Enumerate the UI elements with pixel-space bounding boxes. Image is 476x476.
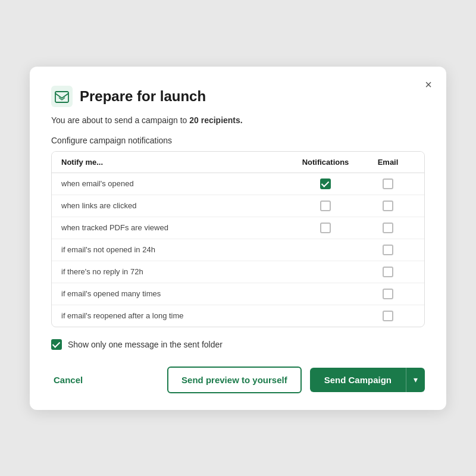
show-one-row: Show only one message in the sent folder <box>51 339 425 350</box>
preview-button[interactable]: Send preview to yourself <box>167 367 302 393</box>
table-row: when tracked PDFs are viewed <box>52 217 424 239</box>
footer-buttons: Cancel Send preview to yourself Send Cam… <box>51 367 425 393</box>
row-label-5: if email's opened many times <box>61 289 290 298</box>
prepare-launch-modal: × Prepare for launch You are about to se… <box>30 67 446 410</box>
table-row: if email's not opened in 24h <box>52 239 424 261</box>
email-checkbox-cell-6 <box>361 311 415 321</box>
email-checkbox-3[interactable] <box>383 245 393 255</box>
send-campaign-wrapper: Send Campaign ▾ <box>310 368 425 392</box>
send-campaign-dropdown-button[interactable]: ▾ <box>406 368 425 392</box>
email-checkbox-cell-5 <box>361 289 415 299</box>
notifications-checkbox-2[interactable] <box>320 223 331 233</box>
title-row: Prepare for launch <box>51 86 425 107</box>
email-checkbox-cell-0 <box>361 178 415 189</box>
notifications-table: Notify me... Notifications Email when em… <box>51 151 425 327</box>
notifications-checkbox-cell-0 <box>290 178 361 189</box>
notifications-checkbox-0[interactable] <box>320 178 331 189</box>
email-checkbox-cell-4 <box>361 267 415 277</box>
notifications-checkbox-cell-1 <box>290 201 361 211</box>
row-label-4: if there's no reply in 72h <box>61 267 290 276</box>
email-checkbox-1[interactable] <box>383 201 393 211</box>
show-one-label: Show only one message in the sent folder <box>68 340 223 349</box>
email-checkbox-cell-2 <box>361 223 415 233</box>
table-row: if email's reopened after a long time <box>52 305 424 327</box>
notifications-checkbox-cell-2 <box>290 223 361 233</box>
table-row: when email's opened <box>52 173 424 195</box>
notifications-checkbox-1[interactable] <box>320 201 331 211</box>
row-label-6: if email's reopened after a long time <box>61 311 290 320</box>
col-notify-header: Notify me... <box>61 158 290 167</box>
close-button[interactable]: × <box>422 76 434 93</box>
table-row: when links are clicked <box>52 195 424 217</box>
email-checkbox-0[interactable] <box>383 178 393 189</box>
email-checkbox-6[interactable] <box>383 311 393 321</box>
section-label: Configure campaign notifications <box>51 136 425 145</box>
row-label-0: when email's opened <box>61 179 290 188</box>
table-row: if there's no reply in 72h <box>52 261 424 283</box>
svg-rect-0 <box>51 86 73 107</box>
show-one-checkbox[interactable] <box>51 339 62 350</box>
modal-title: Prepare for launch <box>80 88 206 105</box>
email-icon <box>51 86 73 107</box>
table-row: if email's opened many times <box>52 283 424 305</box>
row-label-1: when links are clicked <box>61 201 290 210</box>
table-header: Notify me... Notifications Email <box>52 152 424 173</box>
email-checkbox-cell-1 <box>361 201 415 211</box>
email-checkbox-cell-3 <box>361 245 415 255</box>
email-checkbox-5[interactable] <box>383 289 393 299</box>
col-email-header: Email <box>361 158 415 167</box>
send-campaign-button[interactable]: Send Campaign <box>310 368 406 392</box>
cancel-button[interactable]: Cancel <box>51 375 85 385</box>
subtitle: You are about to send a campaign to 20 r… <box>51 115 425 125</box>
col-notifications-header: Notifications <box>290 158 361 167</box>
row-label-2: when tracked PDFs are viewed <box>61 223 290 232</box>
row-label-3: if email's not opened in 24h <box>61 245 290 254</box>
email-checkbox-2[interactable] <box>383 223 393 233</box>
email-checkbox-4[interactable] <box>383 267 393 277</box>
